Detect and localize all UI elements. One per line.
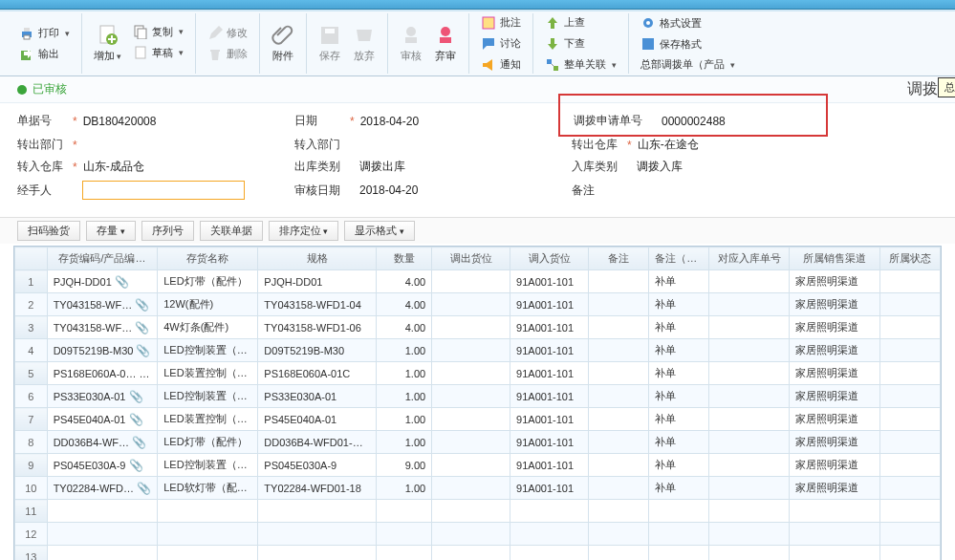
cell-stop[interactable]: 补单 <box>649 270 709 293</box>
cell-spec[interactable]: TY02284-WFD01-18 <box>258 477 377 500</box>
cell-relin[interactable] <box>709 431 790 454</box>
cell-name[interactable]: LED装置控制（… <box>158 362 258 385</box>
cell-note[interactable] <box>589 408 649 431</box>
cell-inloc[interactable]: 91A001-101 <box>510 385 589 408</box>
cell-note[interactable] <box>589 316 649 339</box>
cell-note[interactable] <box>589 293 649 316</box>
cell-inloc[interactable] <box>510 500 589 523</box>
cell-code[interactable]: PS045E030A-9 📎 <box>47 454 158 477</box>
col-qty[interactable]: 数量 <box>377 248 432 270</box>
cell-status[interactable] <box>879 546 940 561</box>
cell-channel[interactable]: 家居照明渠道 <box>790 431 880 454</box>
cell-status[interactable] <box>879 477 940 500</box>
cell-channel[interactable] <box>790 500 880 523</box>
open-button[interactable]: 放弃 <box>349 22 380 65</box>
modify-button[interactable]: 修改 <box>204 24 251 43</box>
cell-inloc[interactable]: 91A001-101 <box>510 408 589 431</box>
cell-code[interactable]: PJQH-DD01 📎 <box>47 270 158 293</box>
audit-button[interactable]: 审核 <box>396 22 426 65</box>
col-channel[interactable]: 所属销售渠道 <box>790 248 880 270</box>
table-row[interactable]: 3TY043158-WF… 📎4W灯条(配件)TY043158-WFD1-064… <box>15 316 941 339</box>
cell-status[interactable] <box>879 270 940 293</box>
cell-name[interactable]: LED控制装置（… <box>158 385 258 408</box>
cell-status[interactable] <box>879 431 940 454</box>
col-relin[interactable]: 对应入库单号 <box>709 248 790 270</box>
display-button[interactable]: 显示格式 <box>344 221 415 241</box>
cell-stop[interactable]: 补单 <box>649 293 709 316</box>
cell-outloc[interactable] <box>432 408 510 431</box>
print-button[interactable]: 打印▾ <box>15 24 74 43</box>
cell-name[interactable] <box>158 523 258 546</box>
cell-status[interactable] <box>879 385 940 408</box>
cell-status[interactable] <box>879 500 940 523</box>
cell-relin[interactable] <box>709 523 790 546</box>
cell-note[interactable] <box>589 523 649 546</box>
cell-status[interactable] <box>879 339 940 362</box>
cell-code[interactable] <box>47 500 158 523</box>
table-row[interactable]: 13 <box>15 546 941 561</box>
cell-outloc[interactable] <box>432 500 510 523</box>
cell-spec[interactable] <box>258 546 377 561</box>
col-outloc[interactable]: 调出货位 <box>432 248 510 270</box>
cell-stop[interactable]: 补单 <box>649 477 709 500</box>
cell-qty[interactable]: 1.00 <box>377 339 432 362</box>
cell-inloc[interactable]: 91A001-101 <box>510 339 589 362</box>
link-button[interactable]: 关联单据 <box>200 221 263 241</box>
cell-spec[interactable]: DD036B4-WFD01-… <box>258 431 377 454</box>
approve-button[interactable]: 批注 <box>477 13 525 32</box>
cell-name[interactable]: LED灯带（配件） <box>158 270 258 293</box>
cell-qty[interactable]: 1.00 <box>377 431 432 454</box>
cell-qty[interactable] <box>377 546 432 561</box>
cell-code[interactable]: TY043158-WF… 📎 <box>47 316 158 339</box>
cell-note[interactable] <box>589 546 649 561</box>
cell-spec[interactable]: PS168E060A-01C <box>258 362 377 385</box>
cell-outloc[interactable] <box>432 316 510 339</box>
cell-code[interactable]: PS45E040A-01 📎 <box>47 408 158 431</box>
cell-qty[interactable]: 4.00 <box>377 316 432 339</box>
cell-code[interactable]: TY02284-WFD… 📎 <box>47 477 158 500</box>
cell-note[interactable] <box>589 270 649 293</box>
cell-stop[interactable]: 补单 <box>649 454 709 477</box>
table-row[interactable]: 4D09T5219B-M30 📎LED控制装置（…D09T5219B-M301.… <box>15 339 941 362</box>
prev-button[interactable]: 上查 <box>541 13 620 32</box>
fmt-button[interactable]: 格式设置 <box>637 13 739 32</box>
delete-button[interactable]: 删除 <box>204 45 251 64</box>
cell-inloc[interactable]: 91A001-101 <box>510 362 589 385</box>
cell-stop[interactable]: 补单 <box>649 316 709 339</box>
cell-outloc[interactable] <box>432 431 510 454</box>
cell-outloc[interactable] <box>432 546 510 561</box>
cell-stop[interactable] <box>649 546 709 561</box>
cell-channel[interactable] <box>790 523 880 546</box>
fullbar-button[interactable]: 总部调拨单（产品▾ <box>637 55 739 74</box>
cell-relin[interactable] <box>709 270 790 293</box>
cell-outloc[interactable] <box>432 477 510 500</box>
cell-status[interactable] <box>879 523 940 546</box>
cell-spec[interactable]: TY043158-WFD1-04 <box>258 293 377 316</box>
cell-name[interactable]: LED控制装置（… <box>158 454 258 477</box>
save-button[interactable]: 保存 <box>315 22 345 65</box>
cell-qty[interactable] <box>377 523 432 546</box>
cell-inloc[interactable]: 91A001-101 <box>510 477 589 500</box>
table-row[interactable]: 6PS33E030A-01 📎LED控制装置（…PS33E030A-011.00… <box>15 385 941 408</box>
cell-spec[interactable]: PS33E030A-01 <box>258 385 377 408</box>
related-button[interactable]: 整单关联▾ <box>541 55 620 75</box>
cell-spec[interactable] <box>258 523 377 546</box>
scan-button[interactable]: 扫码验货 <box>17 221 80 241</box>
cell-name[interactable]: 4W灯条(配件) <box>158 316 258 339</box>
cell-channel[interactable]: 家居照明渠道 <box>790 270 880 293</box>
cell-inloc[interactable]: 91A001-101 <box>510 270 589 293</box>
col-stop[interactable]: 备注（停… <box>649 248 709 270</box>
cell-status[interactable] <box>879 293 940 316</box>
serial-button[interactable]: 序列号 <box>141 221 194 241</box>
cell-qty[interactable]: 4.00 <box>377 293 432 316</box>
submit-button[interactable]: 弃审 <box>430 22 461 65</box>
cell-relin[interactable] <box>709 362 790 385</box>
col-inloc[interactable]: 调入货位 <box>510 248 589 270</box>
cell-outloc[interactable] <box>432 523 510 546</box>
cell-relin[interactable] <box>709 408 790 431</box>
cell-name[interactable]: 12W(配件) <box>158 293 258 316</box>
col-status[interactable]: 所属状态 <box>879 248 940 270</box>
cell-spec[interactable] <box>258 500 377 523</box>
cell-code[interactable]: PS33E030A-01 📎 <box>47 385 158 408</box>
cell-relin[interactable] <box>709 454 790 477</box>
